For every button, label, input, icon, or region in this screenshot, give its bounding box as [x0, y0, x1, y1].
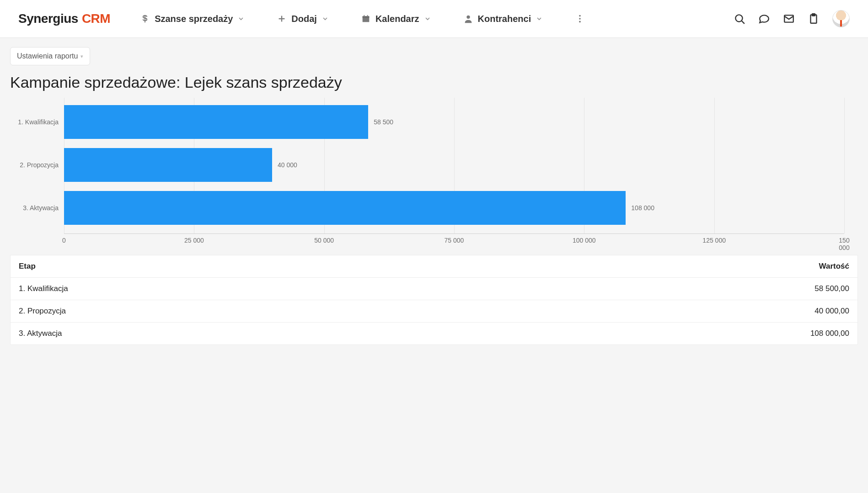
chart-category-label: 1. Kwalifikacja	[18, 118, 59, 126]
chart-bar	[64, 105, 368, 139]
chart-x-tick: 25 000	[184, 237, 204, 244]
svg-line-11	[742, 21, 745, 24]
chart-value-label: 58 500	[374, 118, 393, 126]
nav-contractors[interactable]: Kontrahenci	[459, 11, 548, 27]
chart-x-tick: 100 000	[573, 237, 596, 244]
chat-icon[interactable]	[758, 13, 770, 25]
svg-rect-5	[367, 15, 368, 17]
chart-container: 1. Kwalifikacja58 5002. Propozycja40 000…	[10, 98, 858, 247]
svg-rect-14	[812, 14, 815, 16]
chevron-down-icon	[536, 15, 543, 22]
chart-bar	[64, 148, 272, 182]
nav-label: Kalendarz	[375, 14, 419, 24]
chart-x-axis: 025 00050 00075 000100 000125 000150 000	[64, 234, 844, 247]
chevron-down-icon: ▾	[80, 53, 83, 59]
nav-label: Kontrahenci	[478, 14, 531, 24]
header-stage: Etap	[19, 262, 36, 271]
cell-stage: 3. Aktywacja	[19, 329, 62, 338]
nav-more[interactable]	[570, 11, 589, 27]
report-settings-button[interactable]: Ustawienia raportu ▾	[10, 47, 90, 65]
svg-point-9	[579, 21, 581, 23]
cell-stage: 2. Propozycja	[19, 307, 66, 316]
chart-bar	[64, 191, 626, 225]
chart-x-tick: 150 000	[839, 237, 849, 251]
report-title: Kampanie sprzedażowe: Lejek szans sprzed…	[10, 74, 858, 91]
brand-part1: Synergius	[18, 11, 78, 26]
funnel-bar-chart: 1. Kwalifikacja58 5002. Propozycja40 000…	[64, 98, 844, 234]
topbar: Synergius CRM Szanse sprzedaży Dodaj	[0, 0, 868, 38]
brand-part2: CRM	[82, 11, 110, 26]
main-nav: Szanse sprzedaży Dodaj Kalendarz	[135, 11, 589, 27]
chevron-down-icon	[321, 15, 329, 22]
cell-value: 108 000,00	[810, 329, 849, 338]
table-row: 2. Propozycja 40 000,00	[11, 300, 857, 322]
chart-x-tick: 125 000	[702, 237, 726, 244]
table-header-row: Etap Wartość	[11, 255, 857, 277]
table-row: 3. Aktywacja 108 000,00	[11, 322, 857, 345]
chart-category-label: 2. Propozycja	[20, 161, 59, 169]
data-table: Etap Wartość 1. Kwalifikacja 58 500,00 2…	[10, 255, 858, 345]
topbar-right	[734, 10, 850, 27]
cell-stage: 1. Kwalifikacja	[19, 284, 68, 293]
chart-value-label: 40 000	[278, 161, 297, 169]
cell-value: 40 000,00	[814, 307, 849, 316]
chart-grid-line	[844, 98, 845, 233]
chart-bar-row: 2. Propozycja40 000	[64, 148, 844, 182]
page-body: Ustawienia raportu ▾ Kampanie sprzedażow…	[0, 38, 868, 363]
chart-category-label: 3. Aktywacja	[23, 204, 59, 212]
svg-point-6	[466, 16, 470, 19]
nav-add[interactable]: Dodaj	[272, 11, 333, 27]
svg-rect-3	[363, 16, 370, 18]
report-settings-label: Ustawienia raportu	[17, 52, 78, 60]
avatar[interactable]	[832, 10, 850, 27]
dots-vertical-icon	[575, 14, 585, 24]
chart-value-label: 108 000	[631, 204, 654, 212]
chevron-down-icon	[237, 15, 245, 22]
chevron-down-icon	[424, 15, 431, 22]
svg-point-8	[579, 18, 581, 20]
clipboard-icon[interactable]	[808, 13, 820, 25]
brand-logo[interactable]: Synergius CRM	[18, 11, 110, 26]
chart-x-tick: 75 000	[445, 237, 464, 244]
mail-icon[interactable]	[783, 13, 795, 25]
calendar-icon	[361, 14, 371, 24]
dollar-icon	[140, 14, 150, 24]
nav-sales-opportunities[interactable]: Szanse sprzedaży	[135, 11, 249, 27]
cell-value: 58 500,00	[814, 284, 849, 293]
nav-label: Szanse sprzedaży	[155, 14, 233, 24]
search-icon[interactable]	[734, 13, 745, 25]
svg-point-10	[735, 15, 742, 21]
chart-bar-row: 3. Aktywacja108 000	[64, 191, 844, 225]
nav-label: Dodaj	[291, 14, 317, 24]
svg-rect-4	[364, 15, 364, 17]
chart-x-tick: 50 000	[314, 237, 334, 244]
svg-point-7	[579, 15, 581, 17]
chart-x-tick: 0	[62, 237, 66, 244]
plus-icon	[277, 14, 287, 24]
table-row: 1. Kwalifikacja 58 500,00	[11, 277, 857, 300]
header-value: Wartość	[819, 262, 849, 271]
person-icon	[463, 14, 473, 24]
chart-bar-row: 1. Kwalifikacja58 500	[64, 105, 844, 139]
nav-calendar[interactable]: Kalendarz	[356, 11, 436, 27]
